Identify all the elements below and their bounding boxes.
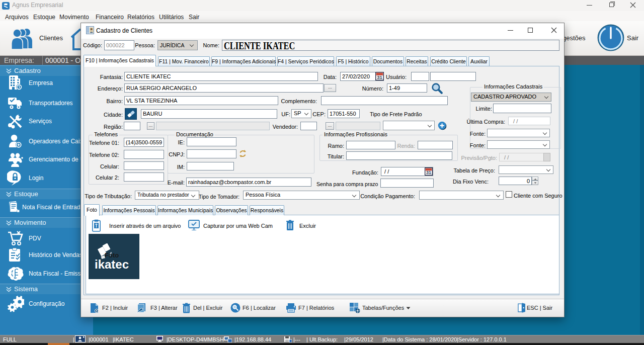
svg-text:31: 31 (426, 170, 431, 175)
svg-text:31: 31 (377, 74, 382, 80)
